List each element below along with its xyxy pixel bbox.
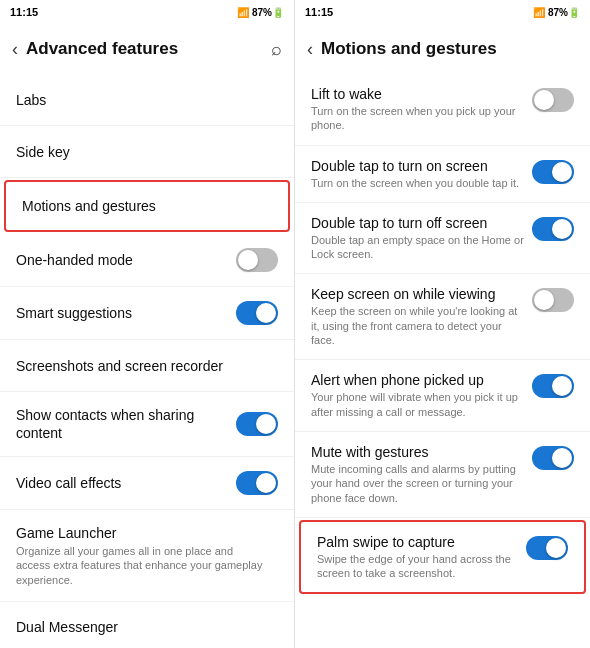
right-page-title: Motions and gestures: [321, 39, 578, 59]
right-setting-desc-alert-pickup: Your phone will vibrate when you pick it…: [311, 390, 524, 419]
right-setting-title-alert-pickup: Alert when phone picked up: [311, 372, 524, 388]
right-status-icons: 📶 87%🔋: [533, 7, 580, 18]
setting-title-game-launcher: Game Launcher: [16, 525, 116, 541]
left-panel: 11:15 📶 87%🔋 ‹ Advanced features ⌕ LabsS…: [0, 0, 295, 648]
left-setting-item-labs[interactable]: Labs: [0, 74, 294, 126]
right-toggle-double-tap-on[interactable]: [532, 160, 574, 184]
right-toggle-knob-lift-wake: [534, 90, 554, 110]
setting-title-video-call: Video call effects: [16, 475, 121, 491]
left-setting-item-game-launcher[interactable]: Game LauncherOrganize all your games all…: [0, 510, 294, 602]
search-icon[interactable]: ⌕: [271, 39, 282, 60]
toggle-show-contacts[interactable]: [236, 412, 278, 436]
setting-title-one-handed: One-handed mode: [16, 252, 133, 268]
battery-icon: 87%🔋: [252, 7, 284, 18]
right-header: ‹ Motions and gestures: [295, 24, 590, 74]
right-setting-title-mute-gestures: Mute with gestures: [311, 444, 524, 460]
left-status-icons: 📶 87%🔋: [237, 7, 284, 18]
right-toggle-double-tap-off[interactable]: [532, 217, 574, 241]
right-setting-desc-keep-screen: Keep the screen on while you're looking …: [311, 304, 524, 347]
toggle-knob-video-call: [256, 473, 276, 493]
signal-icon: 📶: [237, 7, 249, 18]
right-setting-title-double-tap-off: Double tap to turn off screen: [311, 215, 524, 231]
left-setting-item-side-key[interactable]: Side key: [0, 126, 294, 178]
right-toggle-knob-palm-swipe: [546, 538, 566, 558]
right-toggle-knob-mute-gestures: [552, 448, 572, 468]
right-toggle-keep-screen[interactable]: [532, 288, 574, 312]
right-setting-item-double-tap-off[interactable]: Double tap to turn off screenDouble tap …: [295, 203, 590, 275]
left-setting-item-show-contacts[interactable]: Show contacts when sharing content: [0, 392, 294, 457]
left-time: 11:15: [10, 6, 38, 18]
right-setting-title-double-tap-on: Double tap to turn on screen: [311, 158, 524, 174]
left-page-title: Advanced features: [26, 39, 271, 59]
left-status-bar: 11:15 📶 87%🔋: [0, 0, 294, 24]
setting-title-smart-suggestions: Smart suggestions: [16, 305, 132, 321]
right-setting-item-mute-gestures[interactable]: Mute with gesturesMute incoming calls an…: [295, 432, 590, 518]
right-setting-item-alert-pickup[interactable]: Alert when phone picked upYour phone wil…: [295, 360, 590, 432]
setting-desc-game-launcher: Organize all your games all in one place…: [16, 544, 270, 587]
right-toggle-mute-gestures[interactable]: [532, 446, 574, 470]
toggle-knob-show-contacts: [256, 414, 276, 434]
left-setting-item-video-call[interactable]: Video call effects: [0, 457, 294, 510]
right-setting-desc-double-tap-on: Turn on the screen when you double tap i…: [311, 176, 524, 190]
right-setting-desc-palm-swipe: Swipe the edge of your hand across the s…: [317, 552, 518, 581]
right-setting-item-double-tap-on[interactable]: Double tap to turn on screenTurn on the …: [295, 146, 590, 203]
right-toggle-knob-double-tap-off: [552, 219, 572, 239]
right-toggle-knob-alert-pickup: [552, 376, 572, 396]
left-setting-item-screenshots[interactable]: Screenshots and screen recorder: [0, 340, 294, 392]
right-setting-title-lift-wake: Lift to wake: [311, 86, 524, 102]
right-setting-item-lift-wake[interactable]: Lift to wakeTurn on the screen when you …: [295, 74, 590, 146]
toggle-one-handed[interactable]: [236, 248, 278, 272]
toggle-smart-suggestions[interactable]: [236, 301, 278, 325]
setting-title-motions: Motions and gestures: [22, 198, 156, 214]
setting-title-labs: Labs: [16, 92, 46, 108]
toggle-knob-smart-suggestions: [256, 303, 276, 323]
setting-title-dual-messenger: Dual Messenger: [16, 619, 118, 635]
setting-title-show-contacts: Show contacts when sharing content: [16, 407, 194, 441]
left-setting-item-motions[interactable]: Motions and gestures: [4, 180, 290, 232]
right-setting-desc-lift-wake: Turn on the screen when you pick up your…: [311, 104, 524, 133]
right-setting-desc-double-tap-off: Double tap an empty space on the Home or…: [311, 233, 524, 262]
right-toggle-palm-swipe[interactable]: [526, 536, 568, 560]
right-toggle-knob-keep-screen: [534, 290, 554, 310]
left-settings-list: LabsSide keyMotions and gesturesOne-hand…: [0, 74, 294, 648]
toggle-video-call[interactable]: [236, 471, 278, 495]
battery-icon: 87%🔋: [548, 7, 580, 18]
left-setting-item-one-handed[interactable]: One-handed mode: [0, 234, 294, 287]
right-setting-desc-mute-gestures: Mute incoming calls and alarms by puttin…: [311, 462, 524, 505]
right-toggle-knob-double-tap-on: [552, 162, 572, 182]
left-header: ‹ Advanced features ⌕: [0, 24, 294, 74]
right-setting-title-palm-swipe: Palm swipe to capture: [317, 534, 518, 550]
right-status-bar: 11:15 📶 87%🔋: [295, 0, 590, 24]
right-toggle-alert-pickup[interactable]: [532, 374, 574, 398]
right-panel: 11:15 📶 87%🔋 ‹ Motions and gestures Lift…: [295, 0, 590, 648]
signal-icon: 📶: [533, 7, 545, 18]
back-button[interactable]: ‹: [12, 39, 18, 60]
right-setting-item-palm-swipe[interactable]: Palm swipe to captureSwipe the edge of y…: [299, 520, 586, 595]
setting-title-side-key: Side key: [16, 144, 70, 160]
right-setting-title-keep-screen: Keep screen on while viewing: [311, 286, 524, 302]
right-settings-list: Lift to wakeTurn on the screen when you …: [295, 74, 590, 648]
setting-title-screenshots: Screenshots and screen recorder: [16, 358, 223, 374]
left-setting-item-dual-messenger[interactable]: Dual Messenger: [0, 602, 294, 648]
right-time: 11:15: [305, 6, 333, 18]
toggle-knob-one-handed: [238, 250, 258, 270]
left-setting-item-smart-suggestions[interactable]: Smart suggestions: [0, 287, 294, 340]
right-back-button[interactable]: ‹: [307, 39, 313, 60]
right-toggle-lift-wake[interactable]: [532, 88, 574, 112]
right-setting-item-keep-screen[interactable]: Keep screen on while viewingKeep the scr…: [295, 274, 590, 360]
